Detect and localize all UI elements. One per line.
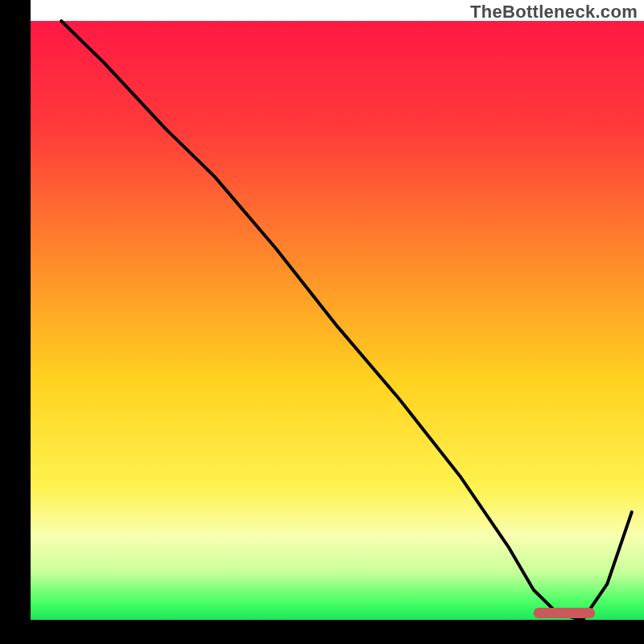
bottleneck-curve-chart [0,0,644,644]
y-axis [0,0,31,644]
x-axis [0,620,644,644]
plot-background [31,21,644,620]
optimal-band-marker [534,608,595,618]
watermark-label: TheBottleneck.com [470,2,638,23]
